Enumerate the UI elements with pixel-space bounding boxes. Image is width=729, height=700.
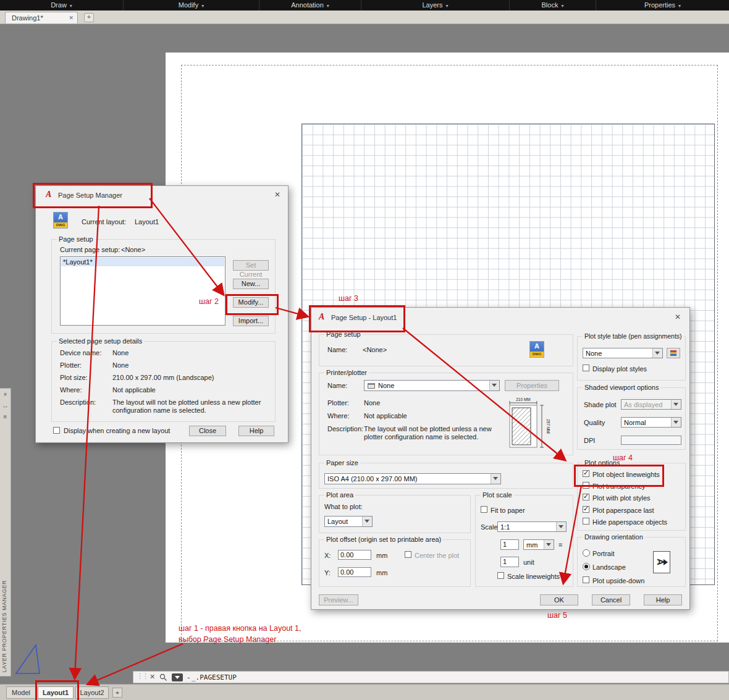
menu-modify[interactable]: Modify▾ [124, 0, 259, 11]
chevron-down-icon[interactable] [362, 517, 372, 526]
search-icon[interactable] [159, 673, 167, 681]
y-offset-input[interactable]: 0.00 [338, 567, 371, 577]
close-icon[interactable]: ✕ [274, 190, 280, 199]
file-tab-bar: Drawing1* ✕ + [0, 11, 729, 24]
dpi-input[interactable] [621, 436, 681, 445]
paper-size-select[interactable]: ISO A4 (210.00 x 297.00 MM) [324, 473, 501, 484]
plot-transparency-checkbox[interactable] [583, 482, 589, 489]
plot-upside-down-label: Plot upside-down [592, 577, 644, 584]
plot-with-plot-styles-label: Plot with plot styles [592, 494, 651, 502]
menu-annotation[interactable]: Annotation▾ [259, 0, 361, 11]
step5-label: шаг 5 [547, 611, 567, 620]
menu-layers[interactable]: Layers▾ [361, 0, 510, 11]
plotter-value: None [364, 399, 380, 407]
menu-properties[interactable]: Properties▾ [596, 0, 729, 11]
plot-with-plot-styles-checkbox[interactable] [583, 494, 589, 500]
tab-model[interactable]: Model [6, 686, 36, 699]
hide-paperspace-objects-checkbox[interactable] [583, 518, 589, 525]
new-button[interactable]: New... [233, 279, 269, 289]
tab-layout2[interactable]: Layout2 [75, 686, 109, 699]
properties-menu-icon[interactable]: ≡ [0, 413, 11, 420]
landscape-radio[interactable] [583, 563, 590, 570]
page-setup-group: Page setup Name: <None> A DWG [319, 334, 573, 366]
new-layout-button[interactable]: + [112, 688, 122, 698]
chevron-down-icon: ▾ [327, 3, 329, 9]
detail-value: 210.00 x 297.00 mm (Landscape) [112, 374, 214, 381]
chevron-down-icon[interactable] [671, 400, 681, 409]
scale-lineweights-label: Scale lineweights [507, 573, 560, 580]
drag-grip-icon[interactable]: ⋮⋮ [137, 672, 148, 680]
fit-to-paper-checkbox[interactable] [481, 506, 487, 513]
shade-plot-select[interactable]: As displayed [621, 399, 681, 410]
chevron-down-icon[interactable] [652, 348, 662, 358]
current-layout-label: Current layout: [82, 218, 126, 226]
fit-to-paper-label: Fit to paper [491, 507, 525, 514]
printer-select[interactable]: None [364, 380, 500, 391]
autohide-icon[interactable]: ↔ [0, 402, 11, 409]
scale-denominator-input[interactable]: 1 [500, 557, 519, 567]
display-plot-styles-label: Display plot styles [592, 365, 647, 373]
scale-numerator-input[interactable]: 1 [500, 539, 519, 550]
scale-unit-select[interactable]: mm [523, 539, 554, 550]
display-when-new-layout-checkbox[interactable] [53, 427, 60, 434]
new-drawing-button[interactable]: + [84, 13, 94, 22]
x-offset-input[interactable]: 0.00 [338, 550, 371, 560]
drawing-tab[interactable]: Drawing1* ✕ [5, 12, 78, 23]
page-setup-list[interactable]: *Layout1* [60, 256, 225, 326]
drawn-triangle-object [14, 644, 43, 676]
ok-button[interactable]: OK [540, 594, 578, 605]
drawing-tab-label: Drawing1* [12, 14, 43, 22]
layer-properties-panel[interactable]: × ↔ ≡ LAYER PROPERTIES MANAGER [0, 388, 11, 677]
command-line[interactable]: ⋮⋮ ✕ - _.PAGESETUP [133, 671, 729, 683]
list-item[interactable]: *Layout1* [61, 258, 224, 266]
close-icon[interactable]: ✕ [69, 12, 74, 23]
chevron-down-icon[interactable] [671, 418, 681, 427]
close-icon[interactable]: ✕ [675, 313, 681, 321]
detail-label: Description: [60, 398, 96, 406]
layout-tabs-bar: Model Layout1 Layout2 + [0, 684, 729, 700]
center-plot-checkbox[interactable] [405, 551, 411, 558]
properties-button[interactable]: Properties [505, 380, 559, 391]
scale-lineweights-checkbox[interactable] [497, 572, 504, 579]
chevron-down-icon[interactable] [544, 540, 554, 549]
close-icon[interactable]: ✕ [150, 673, 155, 681]
center-plot-label: Center the plot [415, 552, 459, 559]
step2-label: шаг 2 [199, 297, 219, 306]
preview-button[interactable]: Preview... [319, 594, 358, 605]
modify-button[interactable]: Modify... [233, 297, 269, 308]
scale-select[interactable]: 1:1 [497, 521, 567, 532]
menu-label: Modify [179, 1, 198, 9]
close-button[interactable]: Close [189, 426, 226, 436]
display-plot-styles-checkbox[interactable] [583, 365, 589, 371]
plot-object-lineweights-label: Plot object lineweights [592, 471, 660, 478]
help-button[interactable]: Help [238, 426, 274, 436]
landscape-label: Landscape [592, 563, 626, 571]
import-button[interactable]: Import... [233, 316, 269, 326]
orientation-paper-icon: A [653, 551, 670, 573]
plot-paperspace-last-checkbox[interactable] [583, 506, 589, 513]
menu-draw[interactable]: Draw▾ [0, 0, 124, 11]
group-label: Plot style table (pen assignments) [583, 332, 684, 340]
close-icon[interactable]: × [0, 391, 11, 398]
help-button[interactable]: Help [644, 594, 682, 605]
autocad-window: Draw▾ Modify▾ Annotation▾ Layers▾ Block▾… [0, 0, 729, 700]
plot-object-lineweights-checkbox[interactable] [583, 470, 589, 477]
plot-upside-down-checkbox[interactable] [583, 576, 589, 583]
tab-layout1[interactable]: Layout1 [38, 686, 74, 699]
what-to-plot-select[interactable]: Layout [324, 516, 373, 527]
chevron-down-icon[interactable] [489, 381, 499, 390]
quality-select[interactable]: Normal [621, 417, 681, 428]
portrait-radio[interactable] [583, 549, 590, 557]
plot-style-select[interactable]: None [583, 348, 663, 358]
chevron-down-icon[interactable] [556, 522, 566, 531]
recent-commands-icon[interactable] [172, 673, 183, 681]
set-current-button[interactable]: Set Current [233, 260, 269, 271]
group-label: Selected page setup details [57, 337, 144, 345]
edit-plot-style-button[interactable] [667, 348, 680, 358]
command-text[interactable]: _.PAGESETUP [192, 673, 237, 681]
chevron-down-icon[interactable] [491, 474, 500, 484]
menu-block[interactable]: Block▾ [510, 0, 596, 11]
current-page-setup-value: <None> [121, 246, 145, 253]
menu-label: Layers [422, 1, 442, 9]
cancel-button[interactable]: Cancel [592, 594, 630, 605]
